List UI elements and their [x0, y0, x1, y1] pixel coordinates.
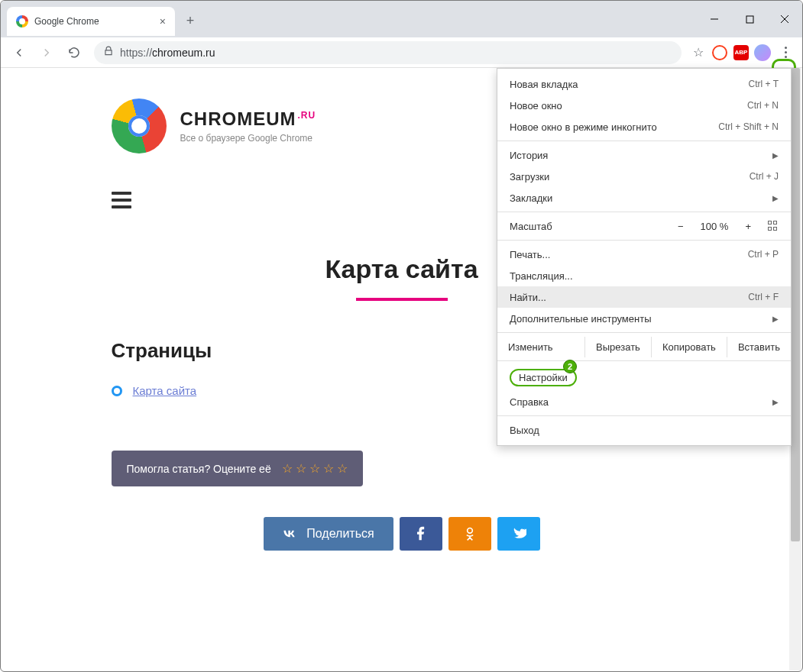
site-logo-icon — [112, 99, 167, 153]
edit-label: Изменить — [497, 337, 584, 357]
sitemap-link[interactable]: Карта сайта — [133, 384, 197, 397]
menu-downloads[interactable]: ЗагрузкиCtrl + J — [497, 166, 791, 187]
scrollbar-thumb[interactable] — [791, 68, 800, 541]
maximize-button[interactable] — [732, 7, 767, 31]
chrome-favicon-icon — [16, 15, 28, 27]
rating-stars[interactable]: ☆ ☆ ☆ ☆ ☆ — [282, 461, 348, 476]
menu-separator — [497, 141, 791, 141]
menu-find[interactable]: Найти...Ctrl + F — [497, 286, 791, 308]
rate-label: Помогла статья? Оцените её — [127, 463, 271, 475]
share-ok-button[interactable] — [448, 517, 491, 551]
menu-zoom: Масштаб − 100 % + — [497, 215, 791, 237]
title-underline — [356, 298, 448, 301]
menu-cast[interactable]: Трансляция... — [497, 265, 791, 286]
star-icon[interactable]: ☆ — [296, 461, 306, 476]
menu-new-tab[interactable]: Новая вкладкаCtrl + T — [497, 73, 791, 95]
menu-new-window[interactable]: Новое окноCtrl + N — [497, 95, 791, 116]
chevron-right-icon: ▶ — [772, 151, 779, 160]
browser-window: Google Chrome × + https://chromeum.ru ☆ … — [0, 0, 803, 672]
menu-edit-row: Изменить Вырезать Копировать Вставить — [497, 336, 791, 357]
share-fb-button[interactable] — [400, 517, 442, 551]
share-row: Поделиться — [112, 517, 692, 551]
chrome-main-menu: Новая вкладкаCtrl + T Новое окноCtrl + N… — [497, 68, 792, 446]
menu-separator — [497, 332, 791, 333]
star-icon[interactable]: ☆ — [282, 461, 293, 476]
share-vk-button[interactable]: Поделиться — [264, 517, 393, 551]
forward-button[interactable] — [34, 40, 59, 65]
zoom-in-button[interactable]: + — [742, 221, 754, 232]
close-tab-icon[interactable]: × — [160, 15, 166, 27]
menu-print[interactable]: Печать...Ctrl + P — [497, 244, 791, 265]
zoom-out-button[interactable]: − — [675, 221, 687, 232]
close-window-button[interactable] — [767, 7, 802, 31]
annotation-badge-2: 2 — [563, 360, 577, 373]
star-icon[interactable]: ☆ — [323, 461, 334, 476]
facebook-icon — [413, 526, 429, 541]
back-button[interactable] — [7, 40, 31, 65]
odnoklassniki-icon — [462, 526, 478, 541]
menu-history[interactable]: История▶ — [497, 144, 791, 166]
vk-icon — [282, 526, 297, 541]
menu-incognito[interactable]: Новое окно в режиме инкогнитоCtrl + Shif… — [497, 116, 791, 137]
bullet-icon — [112, 386, 122, 396]
fullscreen-button[interactable] — [768, 221, 779, 231]
menu-separator — [497, 212, 791, 212]
toolbar: https://chromeum.ru ☆ ABP — [1, 37, 802, 68]
lock-icon — [103, 46, 114, 60]
menu-bookmarks[interactable]: Закладки▶ — [497, 187, 791, 208]
reload-button[interactable] — [62, 40, 86, 65]
svg-point-4 — [467, 528, 472, 534]
address-bar[interactable]: https://chromeum.ru — [94, 41, 682, 64]
star-icon[interactable]: ☆ — [309, 461, 320, 476]
menu-separator — [497, 360, 791, 361]
menu-cut[interactable]: Вырезать — [584, 337, 651, 357]
chevron-right-icon: ▶ — [772, 398, 779, 406]
rate-article-button[interactable]: Помогла статья? Оцените её ☆ ☆ ☆ ☆ ☆ — [112, 451, 363, 486]
profile-avatar[interactable] — [753, 44, 772, 62]
url-text: https://chromeum.ru — [120, 47, 215, 59]
minimize-button[interactable] — [697, 7, 732, 31]
svg-rect-1 — [746, 16, 753, 23]
share-label: Поделиться — [306, 527, 374, 541]
browser-tab[interactable]: Google Chrome × — [7, 7, 175, 36]
menu-copy[interactable]: Копировать — [651, 337, 727, 357]
menu-more-tools[interactable]: Дополнительные инструменты▶ — [497, 308, 791, 329]
tab-title: Google Chrome — [34, 16, 99, 27]
abp-extension-icon[interactable]: ABP — [732, 44, 750, 62]
menu-exit[interactable]: Выход — [497, 419, 791, 441]
chevron-right-icon: ▶ — [772, 315, 779, 323]
yandex-extension-icon[interactable] — [711, 44, 729, 62]
menu-paste[interactable]: Вставить — [727, 337, 791, 357]
menu-separator — [497, 415, 791, 416]
main-menu-button[interactable] — [775, 42, 796, 63]
share-tw-button[interactable] — [497, 517, 540, 551]
brand-name: CHROMEUM.RU — [180, 108, 316, 130]
menu-settings[interactable]: Настройки 2 — [497, 364, 791, 391]
bookmark-star-icon[interactable]: ☆ — [689, 44, 707, 62]
menu-separator — [497, 240, 791, 241]
titlebar: Google Chrome × + — [1, 1, 802, 37]
menu-help[interactable]: Справка▶ — [497, 391, 791, 412]
star-icon[interactable]: ☆ — [337, 461, 348, 476]
hamburger-menu-button[interactable] — [112, 192, 131, 208]
chevron-right-icon: ▶ — [772, 194, 779, 202]
twitter-icon — [511, 526, 526, 541]
brand-subtitle: Все о браузере Google Chrome — [180, 133, 316, 144]
new-tab-button[interactable]: + — [180, 10, 201, 31]
zoom-value: 100 % — [701, 221, 729, 232]
